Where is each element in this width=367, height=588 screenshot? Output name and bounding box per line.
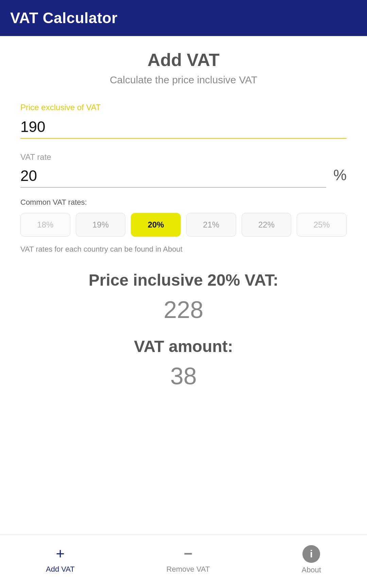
- rate-btn-20[interactable]: 20%: [131, 213, 181, 237]
- nav-remove-vat[interactable]: − Remove VAT: [156, 542, 220, 578]
- rate-btn-19[interactable]: 19%: [76, 213, 126, 237]
- info-icon: i: [302, 545, 320, 563]
- nav-add-vat-label: Add VAT: [46, 565, 75, 574]
- percent-symbol: %: [333, 167, 347, 184]
- nav-about[interactable]: i About: [291, 542, 331, 578]
- vat-rate-label: VAT rate: [20, 152, 347, 162]
- country-note: VAT rates for each country can be found …: [20, 245, 347, 254]
- app-header: VAT Calculator: [0, 0, 367, 36]
- results-section: Price inclusive 20% VAT: 228 VAT amount:…: [20, 271, 347, 403]
- vat-amount-label: VAT amount:: [20, 337, 347, 356]
- rate-btn-21[interactable]: 21%: [186, 213, 236, 237]
- rate-btn-22[interactable]: 22%: [242, 213, 292, 237]
- nav-remove-vat-label: Remove VAT: [167, 565, 210, 574]
- vat-amount-value: 38: [20, 363, 347, 390]
- nav-add-vat[interactable]: + Add VAT: [36, 542, 85, 578]
- nav-about-label: About: [301, 566, 321, 574]
- price-field-label: Price exclusive of VAT: [20, 103, 347, 112]
- inclusive-value: 228: [20, 296, 347, 323]
- minus-icon: −: [184, 545, 193, 562]
- price-field-container: Price exclusive of VAT: [20, 103, 347, 139]
- common-rates-label: Common VAT rates:: [20, 198, 347, 207]
- rate-btn-18[interactable]: 18%: [20, 213, 70, 237]
- inclusive-label: Price inclusive 20% VAT:: [20, 271, 347, 289]
- plus-icon: +: [56, 545, 65, 562]
- price-input[interactable]: [20, 116, 347, 139]
- section-subtitle: Calculate the price inclusive VAT: [20, 74, 347, 86]
- vat-rate-container: VAT rate %: [20, 152, 347, 188]
- rates-row: 18% 19% 20% 21% 22% 25%: [20, 213, 347, 237]
- main-content: Add VAT Calculate the price inclusive VA…: [0, 36, 367, 535]
- vat-rate-input[interactable]: [20, 165, 326, 188]
- app-title: VAT Calculator: [10, 10, 118, 27]
- common-rates-section: Common VAT rates: 18% 19% 20% 21% 22% 25…: [20, 198, 347, 271]
- section-title: Add VAT: [20, 50, 347, 70]
- bottom-nav: + Add VAT − Remove VAT i About: [0, 535, 367, 588]
- rate-btn-25[interactable]: 25%: [297, 213, 347, 237]
